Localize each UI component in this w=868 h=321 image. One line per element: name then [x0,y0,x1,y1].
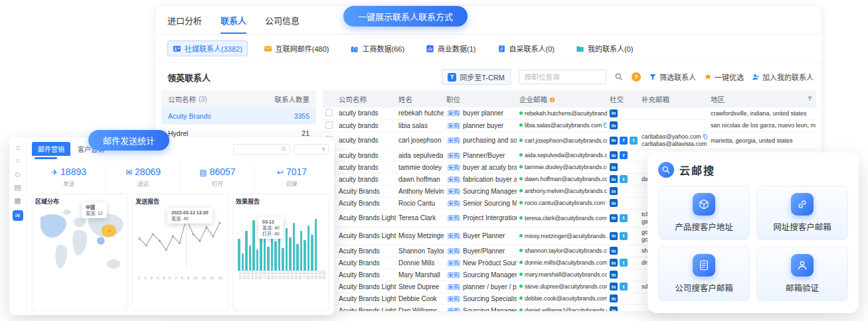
bar [242,253,244,271]
contact-role: 采购Sourcing Manager - [444,269,517,281]
bar [286,228,288,271]
contact-role: 采购Buyer/Planner [444,245,517,257]
contact-row[interactable]: acuity brandscarl josephson采购purchasing … [323,131,816,149]
twitter-icon[interactable]: t [620,259,628,267]
stat-送达: ✉28069送达 [106,163,181,190]
bar [274,241,277,271]
linkedin-icon[interactable]: in [610,247,618,255]
help-icon[interactable]: ? [632,72,641,82]
report-icon[interactable]: ▤ [14,184,21,191]
role-tag: 采购 [446,233,461,239]
category-4[interactable]: 商业数据(1) [420,40,481,56]
linkedin-icon[interactable]: in [610,151,618,159]
linkedin-icon[interactable]: in [610,294,618,302]
linkedin-icon[interactable]: in [610,259,618,267]
one-key-select-button[interactable]: 一键优选 [704,72,744,82]
copy-icon[interactable] [703,134,708,139]
bar [282,248,284,271]
linkedin-icon[interactable]: in [610,306,618,312]
cloud-search-title: 云邮搜 [679,162,715,178]
document-icon [693,254,715,277]
facebook-icon[interactable]: f [620,151,628,159]
linkedin-icon[interactable]: in [610,109,618,117]
category-6[interactable]: 我的联系人(0) [570,40,638,56]
filter-contacts-button[interactable]: 筛选联系人 [649,72,696,82]
status-dot [519,189,523,192]
linkedin-icon[interactable]: in [610,163,618,171]
role-tag: 采购 [446,137,461,144]
copy-icon[interactable] [606,200,607,206]
linkedin-icon[interactable]: in [610,199,618,207]
mail-icon[interactable]: ✉ [13,210,23,221]
add-to-my-contacts-button[interactable]: 加入我的联系人 [752,72,814,82]
mail-type-select[interactable]: ∨ [294,144,329,155]
row-checkbox[interactable] [325,109,333,116]
status-dot [519,111,523,115]
contact-email: missy.metzinger@acuitybrands.com [517,227,607,245]
copy-icon[interactable] [603,123,607,128]
tile-product-search-address[interactable]: 产品搜客户地址 [658,186,750,240]
panel-title: 发送报告 [135,197,225,206]
contact-row[interactable]: acuity brandslibia salas采购planner buyerl… [323,119,816,131]
tile-url-search-email[interactable]: 网址搜客户邮箱 [756,186,848,240]
twitter-icon[interactable]: t [630,137,638,145]
map-tooltip: 中国发送: 12 [82,202,107,218]
linkedin-icon[interactable]: in [610,137,618,145]
twitter-icon[interactable]: t [620,175,628,183]
tab-company-info[interactable]: 公司信息 [265,14,300,34]
linkedin-icon[interactable]: in [610,187,618,195]
compass-icon[interactable]: ◇ [15,170,20,178]
clock-icon[interactable]: ○ [15,157,20,164]
bar [252,220,255,271]
category-3[interactable]: 工商数据(66) [345,40,410,56]
contact-email: dawn.hoffman@acuitybrands.com [517,173,607,185]
linkedin-icon[interactable]: in [610,175,618,183]
mail-tab-marketing[interactable]: 邮件营销 [32,142,70,156]
tab-import-analysis[interactable]: 进口分析 [167,14,202,34]
status-dot [519,123,523,127]
contact-social: int [607,227,639,245]
contact-name: Dan Williams [396,304,444,312]
linkedin-icon[interactable]: in [610,214,618,222]
row-checkbox[interactable] [325,121,333,129]
category-1[interactable]: 社媒联系人(3382) [167,40,248,56]
region-filter-icon[interactable] [807,96,813,101]
mail-search-input[interactable] [233,144,290,155]
effect-report-panel: 效果报告 03-0103-0203-0303-0403-0503-0603-07… [232,194,329,311]
stat-发送: ✈18893发送 [32,163,106,190]
twitter-icon[interactable]: t [620,214,628,222]
search-icon[interactable] [614,72,624,82]
linkedin-icon[interactable]: in [610,283,618,290]
contact-email: daniel.williams2@acuitybrands.com [517,304,607,312]
linkedin-icon[interactable]: in [610,121,618,129]
category-5[interactable]: 自采联系人(0) [492,40,560,56]
cloud-search-logo: 云邮搜 [658,162,848,178]
chart-icon [426,44,434,53]
linkedin-icon[interactable]: in [610,232,618,240]
home-icon[interactable]: ⌂ [15,144,20,151]
position-search-input[interactable] [519,70,606,84]
company-row[interactable]: Acuity Brands3355 [161,107,316,125]
category-2[interactable]: 互联网邮件(480) [258,40,335,56]
sync-tcrm-button[interactable]: T 同步至T-CRM [442,69,511,85]
contact-row[interactable]: acuity brandsrebekah hutchens采购buyer pla… [323,107,816,119]
role-tag: 采购 [446,296,461,302]
twitter-icon[interactable]: t [620,283,628,290]
facebook-icon[interactable]: f [620,137,628,145]
dashboard-icon[interactable]: ▦ [14,197,21,204]
status-dot [519,296,523,300]
role-tag: 采购 [446,200,461,207]
status-dot [519,139,523,142]
contact-name: carl josephson [396,131,444,149]
tab-contacts[interactable]: 联系人 [220,14,246,34]
star-icon [704,73,712,81]
linkedin-icon[interactable]: in [610,271,618,279]
tile-email-verify[interactable]: 邮箱验证 [756,247,848,301]
tile-company-search-email[interactable]: 公司搜客户邮箱 [658,247,750,301]
role-tag: 采购 [446,176,461,183]
contact-name: Rocio Cantu [396,197,444,209]
twitter-icon[interactable]: t [620,232,628,240]
contact-email: carl.josephson@acuitybrands.com [517,131,607,149]
role-tag: 采购 [446,164,461,171]
contact-role: 采购Buyer Planner [444,227,517,245]
